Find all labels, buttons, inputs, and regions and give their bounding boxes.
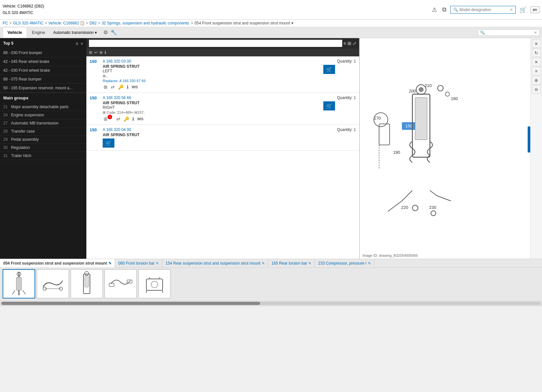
- vehicle-copy-icon[interactable]: 📋: [80, 21, 85, 25]
- expand-btn[interactable]: ⤢: [353, 41, 357, 46]
- top5-item-5[interactable]: 50 - 165 Expansion reservoir, mount a...: [0, 84, 86, 93]
- thumbnails-bar: [0, 268, 542, 300]
- part-action-key-0[interactable]: 🔑: [117, 84, 125, 90]
- part-name-1: AIR SPRING STRUT: [103, 101, 320, 105]
- group-29[interactable]: 29 Pedal assembly: [0, 136, 86, 144]
- svg-point-11: [438, 85, 443, 91]
- part-action-wis-1[interactable]: WIS: [136, 116, 144, 122]
- parts-tb-1[interactable]: ⊞: [89, 50, 92, 55]
- cart-button[interactable]: 🛒: [518, 6, 528, 14]
- tab-search-input[interactable]: [485, 30, 534, 35]
- part-number-2[interactable]: A 166 320 04 00: [103, 127, 320, 132]
- part-action-config-0[interactable]: ⊞: [103, 84, 109, 90]
- part-info-0: A 166 320 03 00 AIR SPRING STRUT LEFT ⊞.…: [103, 59, 320, 90]
- part-actions-0: ⊞ ⇄ 🔑 ℹ WIS: [103, 84, 320, 90]
- thumbnail-3[interactable]: [104, 269, 137, 298]
- clear-search-icon[interactable]: ✕: [510, 7, 513, 12]
- part-detail-1: RIGHT: [103, 105, 320, 110]
- drt-zoom-in-btn[interactable]: ⊕: [532, 76, 541, 84]
- drt-zoom-out-btn[interactable]: ⊖: [532, 85, 541, 94]
- notification-badge-1: 1: [108, 115, 112, 119]
- drt-cross-btn[interactable]: ✕: [532, 58, 541, 66]
- bottom-tab-edit-0[interactable]: ✎: [109, 261, 111, 266]
- part-action-replace-0[interactable]: ⇄: [110, 84, 116, 90]
- top5-item-4[interactable]: 88 - 075 Rear bumper: [0, 75, 86, 84]
- parts-header-bar: [89, 40, 342, 47]
- top5-item-3[interactable]: 42 - 030 Front wheel brake: [0, 66, 86, 75]
- group-30[interactable]: 30 Regulation: [0, 144, 86, 152]
- drt-rotate-btn[interactable]: ↻: [532, 49, 541, 57]
- bottom-tab-edit-2[interactable]: ✎: [262, 261, 265, 266]
- parts-tb-4[interactable]: ℹ: [105, 50, 106, 55]
- part-add-cart-2-inline[interactable]: 🛒: [103, 138, 114, 148]
- bottom-tab-2[interactable]: 154 Rear suspension strut and suspension…: [162, 259, 268, 268]
- top5-header: Top 5 ∧ «: [0, 38, 86, 49]
- part-number-1[interactable]: A 166 320 56 66: [103, 95, 320, 100]
- top5-item-2[interactable]: 42 - 045 Rear wheel brake: [0, 57, 86, 66]
- top5-item-1[interactable]: 88 - 030 Front bumper: [0, 49, 86, 57]
- part-number-0[interactable]: A 166 320 03 00: [103, 59, 320, 64]
- copy-button[interactable]: ⧉: [441, 6, 448, 14]
- group-31[interactable]: 31 Trailer hitch: [0, 152, 86, 160]
- scrollbar-thumb[interactable]: [1, 302, 260, 305]
- parts-tb-3[interactable]: ⊕: [99, 50, 103, 55]
- breadcrumb-054[interactable]: 054 Front suspension strut and suspensio…: [195, 21, 293, 25]
- top5-collapse-btn[interactable]: ∧: [75, 41, 79, 46]
- bottom-tab-3[interactable]: 165 Rear torsion bar ✎: [268, 259, 315, 268]
- group-27[interactable]: 27 Automatic MB transmission: [0, 119, 86, 127]
- part-code-1: ⊞ Code: 214+489+-M157;: [103, 110, 320, 115]
- bottom-tab-4[interactable]: 233 Compressor, pressure r ✎: [315, 259, 374, 268]
- svg-text:190: 190: [393, 150, 400, 155]
- part-action-replace-1[interactable]: ⇄: [115, 116, 121, 122]
- bottom-tab-1[interactable]: 060 Front torsion bar ✎: [115, 259, 162, 268]
- breadcrumb-vehicle[interactable]: Vehicle: C166862: [49, 21, 79, 25]
- list-view-btn[interactable]: ≡: [344, 41, 346, 46]
- breadcrumb-32[interactable]: 32 Springs, suspension and hydraulic com…: [102, 21, 189, 25]
- scrollbar-track[interactable]: [1, 302, 541, 305]
- bottom-tab-edit-1[interactable]: ✎: [156, 261, 159, 266]
- bottom-tab-edit-4[interactable]: ✎: [368, 261, 371, 266]
- top5-hide-btn[interactable]: «: [81, 41, 83, 46]
- header-right: ⚠ ⧉ 🔍 ✕ 🛒 en: [431, 6, 539, 14]
- search-icon: 🔍: [453, 7, 458, 12]
- part-name-0: AIR SPRING STRUT: [103, 64, 320, 69]
- warning-button[interactable]: ⚠: [431, 6, 438, 14]
- grid-view-btn[interactable]: ⊞: [347, 41, 351, 46]
- group-21[interactable]: 21 Major assembly detachable parts: [0, 103, 86, 111]
- tab-automatic-transmission[interactable]: Automatic transmission ▾: [50, 28, 100, 37]
- part-add-cart-1[interactable]: 🛒: [323, 101, 335, 110]
- part-action-info-1[interactable]: ℹ: [131, 116, 135, 122]
- part-pos-2: 150: [90, 127, 99, 148]
- drt-list-btn[interactable]: ≡: [532, 67, 541, 75]
- tab-engine[interactable]: Engine: [27, 27, 50, 38]
- part-add-cart-0[interactable]: 🛒: [323, 65, 335, 74]
- thumbnail-1[interactable]: [37, 269, 69, 298]
- thumbnail-2[interactable]: [70, 269, 103, 298]
- breadcrumb-d82[interactable]: D82: [90, 21, 97, 25]
- settings-icon-btn[interactable]: ⚙: [103, 29, 109, 36]
- parts-tb-2[interactable]: ↩: [94, 50, 97, 55]
- language-badge[interactable]: en: [531, 7, 539, 13]
- bottom-tab-edit-3[interactable]: ✎: [308, 261, 311, 266]
- part-row-1: 150 A 166 320 56 66 AIR SPRING STRUT RIG…: [86, 93, 359, 125]
- group-28[interactable]: 28 Transfer case: [0, 127, 86, 136]
- tools-icon-btn[interactable]: 🔧: [110, 29, 118, 36]
- search-input[interactable]: [460, 7, 508, 12]
- thumbnail-4[interactable]: [138, 269, 171, 298]
- thumbnail-0[interactable]: [3, 269, 35, 298]
- part-row-2: 150 A 166 320 04 00 AIR SPRING STRUT 🛒 Q…: [86, 125, 359, 151]
- part-action-wis-0[interactable]: WIS: [131, 84, 139, 90]
- bottom-tab-0[interactable]: 054 Front suspension strut and suspensio…: [0, 259, 115, 268]
- svg-point-15: [412, 205, 418, 211]
- tab-search-clear[interactable]: ✕: [534, 30, 537, 35]
- dropdown-arrow-icon[interactable]: ▾: [291, 21, 293, 25]
- part-action-info-0[interactable]: ℹ: [126, 84, 129, 90]
- svg-rect-31: [146, 279, 163, 290]
- breadcrumb-gls[interactable]: GLS 320 4MATIC: [13, 21, 44, 25]
- drt-close-btn[interactable]: ✕: [532, 39, 541, 48]
- tab-vehicle[interactable]: Vehicle: [3, 27, 27, 38]
- breadcrumb-pc[interactable]: PC: [3, 21, 8, 25]
- svg-text:150: 150: [405, 123, 413, 128]
- group-24[interactable]: 24 Engine suspension: [0, 111, 86, 119]
- part-action-key-1[interactable]: 🔑: [123, 116, 130, 122]
